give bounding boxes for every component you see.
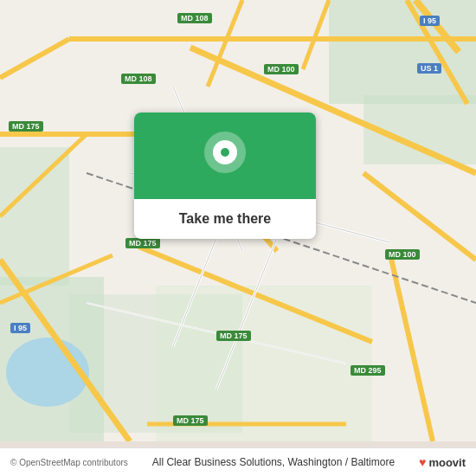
location-pin	[204, 132, 246, 180]
road-label-md175-left: MD 175	[9, 121, 43, 132]
popup-bottom[interactable]: Take me there	[134, 199, 316, 239]
road-label-md175-bot: MD 175	[216, 331, 251, 341]
popup-card: Take me there	[134, 113, 316, 239]
location-name: All Clear Business Solutions, Washington…	[152, 456, 395, 468]
road-label-us1: US 1	[417, 63, 441, 74]
popup-top	[134, 113, 316, 199]
road-label-md108-top: MD 108	[177, 13, 212, 23]
road-label-md175-bot2: MD 175	[173, 415, 208, 426]
road-label-md175-mid: MD 175	[125, 238, 160, 248]
pin-inner	[213, 140, 237, 164]
take-me-there-button[interactable]: Take me there	[179, 211, 271, 227]
road-label-md100-right: MD 100	[385, 249, 420, 260]
road-label-md108-mid: MD 108	[121, 74, 156, 84]
moovit-heart-icon: ♥	[419, 455, 426, 469]
pin-circle	[204, 132, 246, 173]
svg-rect-6	[0, 147, 69, 286]
bottom-bar: © OpenStreetMap contributors All Clear B…	[0, 447, 476, 476]
road-label-i95-right: I 95	[420, 16, 440, 26]
pin-dot	[221, 148, 229, 157]
map-container: MD 108 MD 108 MD 100 MD 175 MD 175 MD 17…	[0, 0, 476, 476]
road-label-md100: MD 100	[264, 64, 299, 74]
moovit-brand-text: moovit	[428, 456, 466, 469]
moovit-logo: ♥ moovit	[419, 455, 466, 469]
location-info: All Clear Business Solutions, Washington…	[128, 456, 419, 468]
attribution-text: © OpenStreetMap contributors	[10, 458, 128, 467]
road-label-i95-left: I 95	[10, 323, 30, 333]
road-label-md295: MD 295	[351, 365, 385, 376]
svg-rect-1	[329, 0, 476, 104]
bottom-bar-content: © OpenStreetMap contributors All Clear B…	[10, 455, 466, 469]
